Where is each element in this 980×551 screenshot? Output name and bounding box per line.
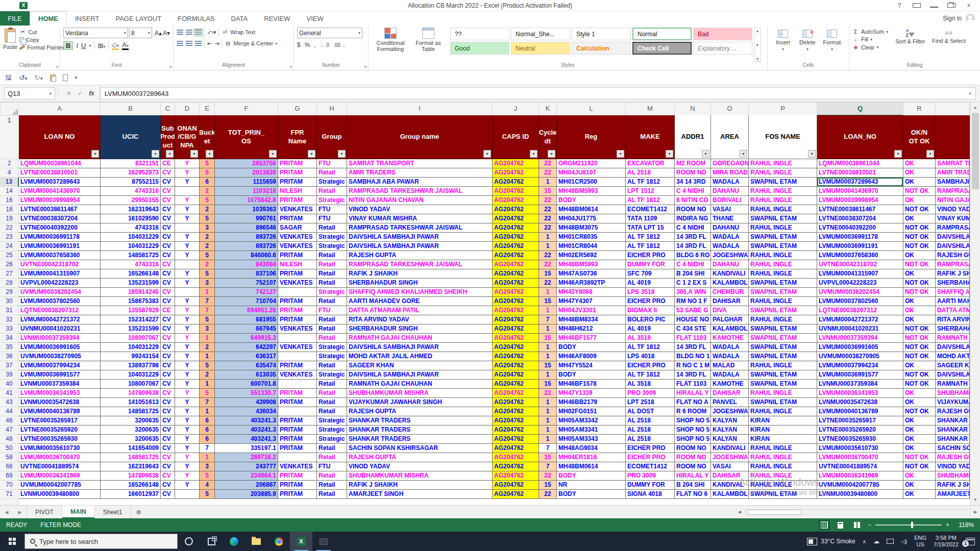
cell-tot-prin-os[interactable]: 1115659 [215,178,278,187]
sheet-nav-right-icon[interactable]: ▶ [13,506,27,518]
row-number[interactable]: 31 [0,306,19,315]
cell-caps-id[interactable]: AG204762 [493,288,539,297]
cell-reg[interactable]: MH48BM3075 [557,223,626,233]
cell-partial-col[interactable]: SHANKAR TRADERS [936,435,970,444]
cell-group-name[interactable]: DAIVSHILA SAMBHAJI PAWAR [347,242,493,251]
cell-ucic[interactable]: 158675383 [101,297,161,306]
cell-tot-prin-os[interactable]: 600701.8 [215,380,278,389]
cell-partial-col[interactable]: AMIR TRADERS [936,168,970,178]
increase-decimal-button[interactable]: ←.0 [320,42,329,48]
cell-onan[interactable]: Y [175,453,200,462]
col-L[interactable]: L [557,102,626,116]
cell-group[interactable]: Retail [317,324,347,334]
cell-group-name[interactable]: AARTI MAHADEV GORE [347,297,493,306]
cell-group[interactable]: FTU [317,306,347,315]
normal-view-button[interactable] [819,520,830,530]
cell-bucket[interactable]: 2 [200,233,215,242]
style-normal-she[interactable]: Normal_She... [511,28,570,40]
cell-onan[interactable]: Y [175,315,200,324]
cell-loan-no[interactable]: UVTNE00042318702 [19,260,101,269]
cell-tot-prin-os[interactable]: 243777 [215,462,278,471]
cell-addr1[interactable]: ROOM NO [675,444,711,453]
header-group-name[interactable]: Group name▾ [347,115,493,159]
cell-loan-no-q[interactable]: LVMUM00037658360 [817,251,903,260]
top-align-button[interactable] [177,30,183,35]
filter-icon[interactable]: ▾ [740,150,747,158]
cell-ucic[interactable]: 3200635 [101,416,161,425]
cell-loan-no[interactable]: LVMUM00036991191 [19,242,101,251]
cell-sub-product[interactable]: CV [161,315,175,324]
cell-reg[interactable]: MH48BM5993 [557,260,626,269]
col-N[interactable]: N [675,102,711,116]
cell-fos-name[interactable]: SWAPNIL ETAM [749,288,817,297]
cell-partial-col[interactable]: RAJESH GUPTA [936,251,970,260]
save-button[interactable]: 🖫 [5,74,12,82]
cell-sub-product[interactable]: CE [161,159,175,168]
sheet-tab-main[interactable]: MAIN [62,506,95,518]
row-number[interactable]: 69 [0,471,19,481]
col-S-partial[interactable] [936,102,970,116]
cell-loan-no[interactable]: LVTNE00040392200 [19,223,101,233]
cell-tot-prin-os[interactable]: 2013839 [215,168,278,178]
cell-fpr-name[interactable]: PRITAM [278,315,317,324]
style-bad[interactable]: Bad [693,28,752,40]
cell-make[interactable]: AL 3518 [626,380,675,389]
cell-reg[interactable]: MH48BM8334 [557,315,626,324]
cell-ucic[interactable]: 104031229 [101,242,161,251]
cell-group[interactable]: Strategic [317,178,347,187]
accounting-format-button[interactable]: $ [297,41,301,48]
cell-fos-name[interactable]: RAHUL INGLE [749,481,817,490]
cell-sub-product[interactable]: CV [161,334,175,343]
cell-sub-product[interactable]: CV [161,481,175,490]
row-number[interactable]: 4 [0,168,19,178]
cell-reg[interactable]: MH48BM5993 [557,187,626,196]
cell-group-name[interactable]: AMARJEET SINGH [347,490,493,499]
cell-tot-prin-os[interactable]: 710704 [215,297,278,306]
cell-group[interactable]: Strategic [317,233,347,242]
row-number[interactable]: 70 [0,481,19,490]
cell-sub-product[interactable]: CV [161,168,175,178]
cell-reg[interactable]: MH48AG9034 [557,444,626,453]
cell-onan[interactable]: Y [175,214,200,223]
cell-group[interactable]: Retail [317,453,347,462]
cell-reg[interactable]: MH46BB2179 [557,398,626,407]
cell-cycle-dt[interactable]: 1 [539,435,557,444]
cell-ucic[interactable]: 135231599 [101,324,161,334]
cell-fpr-name[interactable]: PRITAM [278,416,317,425]
cell-reg[interactable]: MH46AF8009 [557,352,626,361]
cell-ok-not-ok[interactable]: OK [903,490,936,499]
cell-make[interactable]: AL 3518 [626,334,675,343]
cancel-entry-icon[interactable]: ✕ [66,90,71,97]
cell-ok-not-ok[interactable]: NOT OK [903,453,936,462]
middle-align-button[interactable] [186,30,192,35]
cell-loan-no-q[interactable]: LVMUM00042721372 [817,315,903,324]
cell-area[interactable]: KAMOTHE [711,334,749,343]
cell-fpr-name[interactable] [278,288,317,297]
cell-fos-name[interactable]: RAHUL INGLE [749,260,817,269]
cell-bucket[interactable]: 1 [200,288,215,297]
cell-reg[interactable]: MH02ER5692 [557,251,626,260]
row-number[interactable]: 36 [0,352,19,361]
cell-sub-product[interactable]: CV [161,462,175,471]
cell-make[interactable]: AL 4019 [626,279,675,288]
cell-area[interactable]: WADALA [711,242,749,251]
cell-loan-no-q[interactable]: UVNMU00041020231 [817,324,903,334]
cell-ucic[interactable]: 3200635 [101,425,161,435]
paste-button[interactable]: Paste [3,28,17,62]
cell-fpr-name[interactable]: PRITAM [278,178,317,187]
cell-loan-no-q[interactable]: LVTNE00038810501 [817,168,903,178]
cell-onan[interactable] [175,490,200,499]
cell-addr1[interactable]: RM NO 1 F [675,297,711,306]
cell-fos-name[interactable]: RAHUL INGLE [749,315,817,324]
cell-caps-id[interactable]: AG204762 [493,251,539,260]
cell-partial-col[interactable]: SHERBAHADUR SINGH [936,279,970,288]
cell-onan[interactable] [175,223,200,233]
cell-partial-col[interactable]: SAGEER KHAN [936,361,970,370]
cell-group-name[interactable]: VIJAYKUMAR JAWAHAR SINGH [347,398,493,407]
row-number[interactable]: 1 [0,115,19,159]
cell-fos-name[interactable]: SWAPNIL ETAM [749,279,817,288]
cell-addr1[interactable]: C 434 STE [675,324,711,334]
cell-make[interactable]: AL TF 1812 [626,343,675,352]
cell-group[interactable]: Retail [317,380,347,389]
cell-loan-no-q[interactable]: LVMUM00036700470 [817,453,903,462]
